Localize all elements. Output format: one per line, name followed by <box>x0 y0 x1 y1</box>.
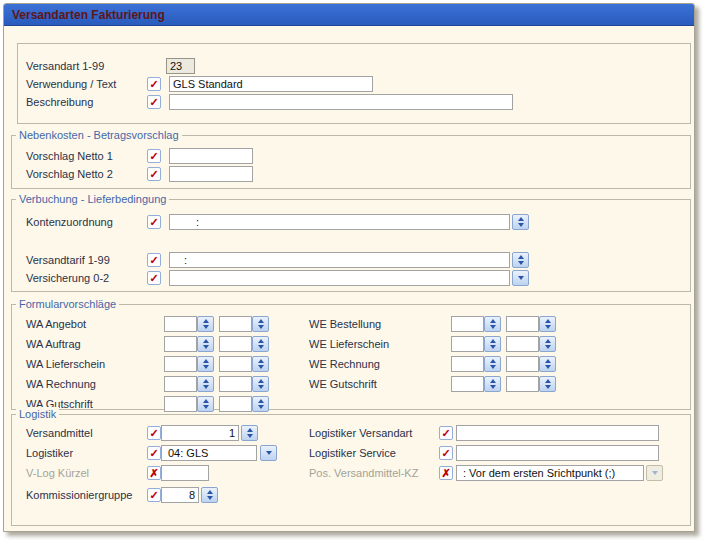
logistiker-service-check-icon[interactable]: ✓ <box>439 446 453 460</box>
wa-rechnung-spin2[interactable] <box>219 376 269 392</box>
logistiker-dropdown-button[interactable] <box>260 445 277 461</box>
we-lieferschein-field2[interactable] <box>506 336 539 352</box>
wa-rechnung-field1[interactable] <box>164 376 197 392</box>
wa-angebot-spin2[interactable] <box>219 316 269 332</box>
wa-lieferschein-spin2[interactable] <box>219 356 269 372</box>
versandmittel-check-icon[interactable]: ✓ <box>147 426 161 440</box>
kommissioniergruppe-spin[interactable] <box>161 487 218 503</box>
pos-versandmittel-combo[interactable]: : Vor dem ersten Srichtpunkt (;) <box>456 465 663 481</box>
spinner-button[interactable] <box>252 356 269 372</box>
spinner-button[interactable] <box>197 336 214 352</box>
we-gutschrift-field2[interactable] <box>506 376 539 392</box>
spinner-button[interactable] <box>197 396 214 412</box>
versicherung-dropdown-button[interactable] <box>512 270 529 286</box>
spinner-button[interactable] <box>252 336 269 352</box>
wa-gutschrift-field2[interactable] <box>219 396 252 412</box>
wa-gutschrift-spin2[interactable] <box>219 396 269 412</box>
spin-down-icon <box>545 365 551 369</box>
wa-angebot-field2[interactable] <box>219 316 252 332</box>
versandtarif-value[interactable]: : <box>169 252 510 268</box>
logistiker-value[interactable]: 04: GLS <box>161 445 257 461</box>
we-lieferschein-field1[interactable] <box>451 336 484 352</box>
verwendung-field[interactable] <box>169 76 373 92</box>
kommissioniergruppe-spinner-button[interactable] <box>201 487 218 503</box>
wa-auftrag-field1[interactable] <box>164 336 197 352</box>
wa-angebot-spin1[interactable] <box>164 316 214 332</box>
we-bestellung-field1[interactable] <box>451 316 484 332</box>
we-gutschrift-spin2[interactable] <box>506 376 556 392</box>
versicherung-check-icon[interactable]: ✓ <box>147 271 161 285</box>
versandmittel-spinner-button[interactable] <box>241 425 258 441</box>
spinner-button[interactable] <box>252 376 269 392</box>
wa-angebot-field1[interactable] <box>164 316 197 332</box>
vlog-field[interactable] <box>161 465 209 481</box>
spinner-button[interactable] <box>484 356 501 372</box>
wa-gutschrift-spin1[interactable] <box>164 396 214 412</box>
logistiker-service-field[interactable] <box>456 445 659 461</box>
kontenzuordnung-value[interactable]: : <box>169 214 510 230</box>
spinner-button[interactable] <box>539 336 556 352</box>
kommissioniergruppe-check-icon[interactable]: ✓ <box>147 488 161 502</box>
we-bestellung-spin2[interactable] <box>506 316 556 332</box>
wa-auftrag-spin1[interactable] <box>164 336 214 352</box>
kontenzuordnung-spinner-button[interactable] <box>512 214 529 230</box>
we-lieferschein-spin2[interactable] <box>506 336 556 352</box>
spinner-button[interactable] <box>484 376 501 392</box>
pos-versandmittel-value[interactable]: : Vor dem ersten Srichtpunkt (;) <box>456 465 644 481</box>
spinner-button[interactable] <box>539 316 556 332</box>
kontenzuordnung-check-icon[interactable]: ✓ <box>147 215 161 229</box>
we-gutschrift-field1[interactable] <box>451 376 484 392</box>
wa-lieferschein-field1[interactable] <box>164 356 197 372</box>
wa-rechnung-spin1[interactable] <box>164 376 214 392</box>
logistiker-check-icon[interactable]: ✓ <box>147 446 161 460</box>
spinner-button[interactable] <box>539 356 556 372</box>
netto1-check-icon[interactable]: ✓ <box>147 149 161 163</box>
verwendung-check-icon[interactable]: ✓ <box>147 77 161 91</box>
pos-versandmittel-cross-icon[interactable]: ✗ <box>439 466 453 480</box>
netto1-field[interactable] <box>169 148 253 164</box>
versandtarif-combo[interactable]: : <box>169 252 529 268</box>
we-gutschrift-label: WE Gutschrift <box>309 376 377 392</box>
spinner-button[interactable] <box>484 336 501 352</box>
versandart-field[interactable] <box>166 58 195 74</box>
kommissioniergruppe-field[interactable] <box>161 487 199 503</box>
versicherung-value[interactable] <box>169 270 510 286</box>
versandmittel-field[interactable] <box>161 425 239 441</box>
spinner-button[interactable] <box>252 396 269 412</box>
spinner-button[interactable] <box>484 316 501 332</box>
spinner-button[interactable] <box>252 316 269 332</box>
wa-gutschrift-field1[interactable] <box>164 396 197 412</box>
versandtarif-check-icon[interactable]: ✓ <box>147 253 161 267</box>
spinner-button[interactable] <box>539 376 556 392</box>
wa-lieferschein-spin1[interactable] <box>164 356 214 372</box>
we-bestellung-spin1[interactable] <box>451 316 501 332</box>
we-rechnung-field1[interactable] <box>451 356 484 372</box>
spinner-button[interactable] <box>197 376 214 392</box>
logistiker-versandart-field[interactable] <box>456 425 659 441</box>
versandtarif-spinner-button[interactable] <box>512 252 529 268</box>
wa-auftrag-field2[interactable] <box>219 336 252 352</box>
versicherung-combo[interactable] <box>169 270 529 286</box>
we-gutschrift-spin1[interactable] <box>451 376 501 392</box>
we-lieferschein-spin1[interactable] <box>451 336 501 352</box>
logistiker-combo[interactable]: 04: GLS <box>161 445 277 461</box>
wa-rechnung-field2[interactable] <box>219 376 252 392</box>
versandmittel-spin[interactable] <box>161 425 258 441</box>
spin-up-icon <box>490 319 496 323</box>
kontenzuordnung-combo[interactable]: : <box>169 214 529 230</box>
we-rechnung-field2[interactable] <box>506 356 539 372</box>
we-rechnung-spin2[interactable] <box>506 356 556 372</box>
we-rechnung-spin1[interactable] <box>451 356 501 372</box>
wa-lieferschein-field2[interactable] <box>219 356 252 372</box>
we-bestellung-field2[interactable] <box>506 316 539 332</box>
wa-auftrag-spin2[interactable] <box>219 336 269 352</box>
spinner-button[interactable] <box>197 356 214 372</box>
spin-down-icon <box>203 385 209 389</box>
netto2-check-icon[interactable]: ✓ <box>147 167 161 181</box>
netto2-field[interactable] <box>169 166 253 182</box>
vlog-cross-icon[interactable]: ✗ <box>147 466 161 480</box>
logistiker-versandart-check-icon[interactable]: ✓ <box>439 426 453 440</box>
beschreibung-check-icon[interactable]: ✓ <box>147 95 161 109</box>
beschreibung-field[interactable] <box>169 94 513 110</box>
spinner-button[interactable] <box>197 316 214 332</box>
